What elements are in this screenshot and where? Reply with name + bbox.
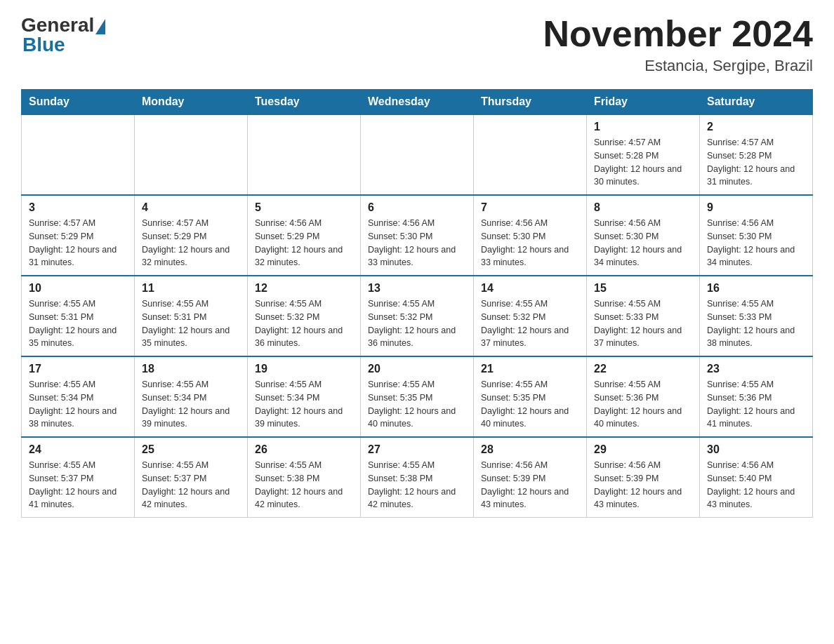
calendar-cell: 15Sunrise: 4:55 AMSunset: 5:33 PMDayligh… (587, 276, 700, 356)
day-sun-info: Sunrise: 4:56 AMSunset: 5:39 PMDaylight:… (481, 459, 579, 511)
day-sun-info: Sunrise: 4:56 AMSunset: 5:29 PMDaylight:… (255, 217, 353, 269)
day-sun-info: Sunrise: 4:57 AMSunset: 5:28 PMDaylight:… (594, 136, 692, 189)
day-number: 24 (29, 443, 127, 456)
day-sun-info: Sunrise: 4:57 AMSunset: 5:29 PMDaylight:… (29, 217, 127, 269)
calendar-header-row: SundayMondayTuesdayWednesdayThursdayFrid… (22, 90, 813, 115)
month-year-title: November 2024 (543, 14, 813, 54)
day-sun-info: Sunrise: 4:55 AMSunset: 5:37 PMDaylight:… (142, 459, 240, 511)
day-sun-info: Sunrise: 4:55 AMSunset: 5:36 PMDaylight:… (707, 378, 805, 431)
day-sun-info: Sunrise: 4:55 AMSunset: 5:37 PMDaylight:… (29, 459, 127, 511)
day-header-tuesday: Tuesday (248, 90, 361, 115)
day-sun-info: Sunrise: 4:55 AMSunset: 5:31 PMDaylight:… (142, 297, 240, 350)
day-sun-info: Sunrise: 4:56 AMSunset: 5:30 PMDaylight:… (594, 217, 692, 269)
calendar-cell: 14Sunrise: 4:55 AMSunset: 5:32 PMDayligh… (474, 276, 587, 356)
day-number: 30 (707, 443, 805, 456)
day-header-sunday: Sunday (22, 90, 135, 115)
day-sun-info: Sunrise: 4:55 AMSunset: 5:33 PMDaylight:… (594, 297, 692, 350)
day-number: 10 (29, 282, 127, 295)
calendar-cell: 28Sunrise: 4:56 AMSunset: 5:39 PMDayligh… (474, 437, 587, 518)
calendar-cell: 4Sunrise: 4:57 AMSunset: 5:29 PMDaylight… (135, 195, 248, 276)
day-number: 14 (481, 282, 579, 295)
week-row-3: 10Sunrise: 4:55 AMSunset: 5:31 PMDayligh… (22, 276, 813, 356)
calendar-table: SundayMondayTuesdayWednesdayThursdayFrid… (21, 89, 813, 518)
day-header-thursday: Thursday (474, 90, 587, 115)
day-number: 19 (255, 363, 353, 375)
location-subtitle: Estancia, Sergipe, Brazil (543, 57, 813, 75)
week-row-5: 24Sunrise: 4:55 AMSunset: 5:37 PMDayligh… (22, 437, 813, 518)
logo-triangle-icon (95, 19, 105, 34)
day-number: 21 (481, 363, 579, 375)
calendar-cell: 23Sunrise: 4:55 AMSunset: 5:36 PMDayligh… (700, 356, 813, 437)
calendar-cell: 21Sunrise: 4:55 AMSunset: 5:35 PMDayligh… (474, 356, 587, 437)
calendar-cell: 29Sunrise: 4:56 AMSunset: 5:39 PMDayligh… (587, 437, 700, 518)
calendar-cell: 1Sunrise: 4:57 AMSunset: 5:28 PMDaylight… (587, 114, 700, 195)
calendar-cell: 2Sunrise: 4:57 AMSunset: 5:28 PMDaylight… (700, 114, 813, 195)
calendar-cell: 13Sunrise: 4:55 AMSunset: 5:32 PMDayligh… (361, 276, 474, 356)
calendar-cell (22, 114, 135, 195)
day-sun-info: Sunrise: 4:56 AMSunset: 5:39 PMDaylight:… (594, 459, 692, 511)
week-row-1: 1Sunrise: 4:57 AMSunset: 5:28 PMDaylight… (22, 114, 813, 195)
title-block: November 2024 Estancia, Sergipe, Brazil (543, 14, 813, 75)
day-number: 6 (368, 201, 466, 214)
day-sun-info: Sunrise: 4:56 AMSunset: 5:40 PMDaylight:… (707, 459, 805, 511)
day-number: 15 (594, 282, 692, 295)
day-header-saturday: Saturday (700, 90, 813, 115)
day-sun-info: Sunrise: 4:55 AMSunset: 5:35 PMDaylight:… (368, 378, 466, 431)
day-number: 18 (142, 363, 240, 375)
logo-blue-text: Blue (22, 34, 65, 56)
calendar-cell: 17Sunrise: 4:55 AMSunset: 5:34 PMDayligh… (22, 356, 135, 437)
day-sun-info: Sunrise: 4:55 AMSunset: 5:34 PMDaylight:… (29, 378, 127, 431)
week-row-2: 3Sunrise: 4:57 AMSunset: 5:29 PMDaylight… (22, 195, 813, 276)
day-number: 3 (29, 201, 127, 214)
day-sun-info: Sunrise: 4:55 AMSunset: 5:32 PMDaylight:… (481, 297, 579, 350)
calendar-cell: 22Sunrise: 4:55 AMSunset: 5:36 PMDayligh… (587, 356, 700, 437)
day-number: 11 (142, 282, 240, 295)
calendar-cell: 9Sunrise: 4:56 AMSunset: 5:30 PMDaylight… (700, 195, 813, 276)
day-number: 9 (707, 201, 805, 214)
calendar-cell: 12Sunrise: 4:55 AMSunset: 5:32 PMDayligh… (248, 276, 361, 356)
calendar-cell: 11Sunrise: 4:55 AMSunset: 5:31 PMDayligh… (135, 276, 248, 356)
day-number: 4 (142, 201, 240, 214)
day-number: 25 (142, 443, 240, 456)
day-number: 1 (594, 121, 692, 133)
day-sun-info: Sunrise: 4:55 AMSunset: 5:34 PMDaylight:… (142, 378, 240, 431)
day-number: 13 (368, 282, 466, 295)
day-number: 27 (368, 443, 466, 456)
day-header-friday: Friday (587, 90, 700, 115)
day-number: 8 (594, 201, 692, 214)
day-number: 26 (255, 443, 353, 456)
calendar-cell: 26Sunrise: 4:55 AMSunset: 5:38 PMDayligh… (248, 437, 361, 518)
day-sun-info: Sunrise: 4:55 AMSunset: 5:38 PMDaylight:… (368, 459, 466, 511)
calendar-cell: 30Sunrise: 4:56 AMSunset: 5:40 PMDayligh… (700, 437, 813, 518)
calendar-cell: 24Sunrise: 4:55 AMSunset: 5:37 PMDayligh… (22, 437, 135, 518)
calendar-cell (474, 114, 587, 195)
calendar-cell (248, 114, 361, 195)
day-number: 20 (368, 363, 466, 375)
day-sun-info: Sunrise: 4:56 AMSunset: 5:30 PMDaylight:… (707, 217, 805, 269)
calendar-cell: 5Sunrise: 4:56 AMSunset: 5:29 PMDaylight… (248, 195, 361, 276)
day-sun-info: Sunrise: 4:57 AMSunset: 5:28 PMDaylight:… (707, 136, 805, 189)
day-sun-info: Sunrise: 4:55 AMSunset: 5:36 PMDaylight:… (594, 378, 692, 431)
day-sun-info: Sunrise: 4:55 AMSunset: 5:32 PMDaylight:… (255, 297, 353, 350)
day-sun-info: Sunrise: 4:56 AMSunset: 5:30 PMDaylight:… (481, 217, 579, 269)
day-sun-info: Sunrise: 4:55 AMSunset: 5:32 PMDaylight:… (368, 297, 466, 350)
calendar-cell (135, 114, 248, 195)
day-number: 22 (594, 363, 692, 375)
logo: General Blue (21, 14, 105, 56)
calendar-cell: 10Sunrise: 4:55 AMSunset: 5:31 PMDayligh… (22, 276, 135, 356)
day-number: 12 (255, 282, 353, 295)
day-number: 2 (707, 121, 805, 133)
day-number: 17 (29, 363, 127, 375)
calendar-cell: 7Sunrise: 4:56 AMSunset: 5:30 PMDaylight… (474, 195, 587, 276)
day-header-monday: Monday (135, 90, 248, 115)
calendar-cell: 3Sunrise: 4:57 AMSunset: 5:29 PMDaylight… (22, 195, 135, 276)
calendar-cell (361, 114, 474, 195)
day-sun-info: Sunrise: 4:55 AMSunset: 5:35 PMDaylight:… (481, 378, 579, 431)
day-sun-info: Sunrise: 4:57 AMSunset: 5:29 PMDaylight:… (142, 217, 240, 269)
day-number: 7 (481, 201, 579, 214)
day-number: 28 (481, 443, 579, 456)
week-row-4: 17Sunrise: 4:55 AMSunset: 5:34 PMDayligh… (22, 356, 813, 437)
day-number: 29 (594, 443, 692, 456)
calendar-cell: 20Sunrise: 4:55 AMSunset: 5:35 PMDayligh… (361, 356, 474, 437)
calendar-cell: 27Sunrise: 4:55 AMSunset: 5:38 PMDayligh… (361, 437, 474, 518)
